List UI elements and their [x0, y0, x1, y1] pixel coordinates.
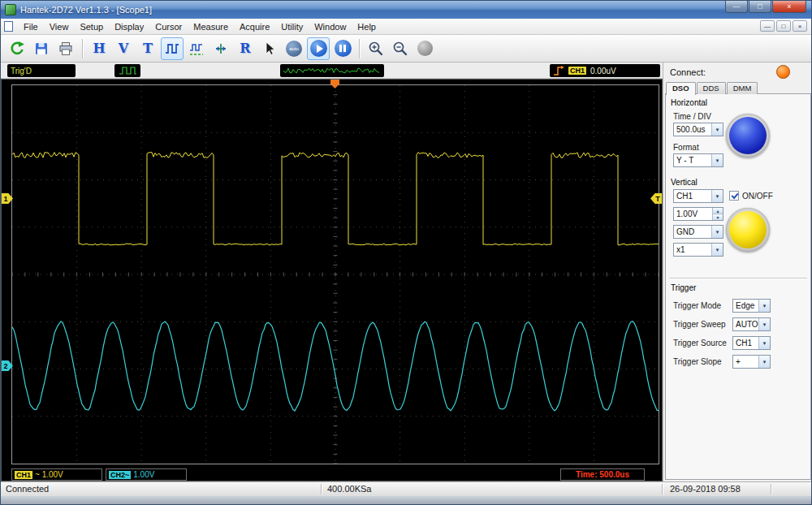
zoom-out-icon [392, 41, 408, 57]
format-select[interactable]: Y - T ▼ [673, 153, 723, 167]
menu-acquire[interactable]: Acquire [234, 20, 275, 33]
channel-wave-button[interactable] [161, 37, 184, 60]
zoom-out-button[interactable] [389, 37, 412, 60]
print-button[interactable] [54, 37, 77, 60]
cursor-arrow-icon [261, 41, 278, 57]
mdi-window-controls: — □ × [760, 20, 807, 32]
channel-value: CH1 [674, 192, 711, 201]
menu-cursor[interactable]: Cursor [149, 20, 188, 33]
auto-set-button[interactable]: auto [283, 37, 305, 60]
volt-scale-spinner[interactable]: 1.00V ▲▼ [673, 207, 723, 221]
dropdown-arrow-icon: ▼ [711, 123, 723, 136]
time-div-label: Time / DIV [673, 112, 711, 121]
connect-indicator[interactable] [776, 65, 790, 79]
trigger-source-select[interactable]: CH1 ▼ [732, 336, 771, 350]
ch2-readout-badge: CH2~ [109, 471, 131, 479]
open-button[interactable] [6, 37, 28, 60]
ch1-readout-value: ~ 1.00V [35, 470, 63, 479]
horizontal-knob[interactable] [726, 114, 770, 158]
mdi-minimize-button[interactable]: — [760, 20, 775, 32]
trigger-button[interactable]: T [136, 37, 159, 60]
window-frame-bottom [1, 496, 812, 505]
cursor-button[interactable] [258, 37, 281, 60]
maximize-button[interactable]: □ [749, 1, 771, 13]
horizontal-button[interactable]: H [88, 37, 110, 60]
dropdown-arrow-icon: ▼ [758, 318, 770, 330]
square-wave-icon [164, 41, 180, 57]
toolbar: H V T R auto [1, 35, 811, 63]
mdi-restore-button[interactable]: □ [776, 20, 791, 32]
menu-window[interactable]: Window [309, 20, 352, 33]
spin-up-icon[interactable]: ▲ [713, 208, 723, 214]
menu-view[interactable]: View [44, 20, 75, 33]
trigger-slope-select[interactable]: + ▼ [732, 355, 771, 369]
ch2-readout: CH2~ 1.00V [106, 468, 187, 481]
play-icon [310, 40, 327, 57]
tab-dmm[interactable]: DMM [727, 82, 758, 94]
trigger-mode-select[interactable]: Edge ▼ [732, 299, 771, 313]
ref-wave-button[interactable] [185, 37, 208, 60]
dropdown-arrow-icon: ▼ [711, 244, 723, 256]
probe-value: x1 [674, 245, 711, 254]
tab-dds[interactable]: DDS [697, 82, 726, 94]
coupling-select[interactable]: GND ▼ [673, 225, 723, 239]
trigger-sweep-select[interactable]: AUTO ▼ [732, 317, 771, 331]
mdi-close-button[interactable]: × [793, 20, 807, 32]
auto-set-icon: auto [286, 41, 302, 57]
run-button[interactable] [307, 37, 330, 60]
dual-wave-icon [188, 41, 205, 57]
trigger-status-box: Trig'D [7, 64, 76, 77]
window-controls: — □ × [724, 1, 806, 13]
window-title: Hantek-2D72 Ver1.1.3 - [Scope1] [20, 5, 152, 15]
pause-button[interactable] [331, 37, 354, 60]
zoom-in-icon [368, 41, 384, 57]
spinner-buttons[interactable]: ▲▼ [712, 208, 723, 220]
toolbar-separator [82, 39, 83, 58]
trigger-info-box: CH1 0.00uV [550, 64, 660, 77]
vertical-knob[interactable] [726, 208, 770, 252]
tab-dso[interactable]: DSO [666, 82, 696, 95]
mdi-document-icon [4, 21, 13, 32]
menu-file[interactable]: File [18, 20, 44, 33]
scope-plot[interactable] [11, 84, 659, 464]
zoom-in-button[interactable] [365, 37, 387, 60]
panel-tabs: DSO DDS DMM [666, 82, 758, 94]
auto-range-button[interactable] [209, 37, 232, 60]
probe-select[interactable]: x1 ▼ [673, 243, 723, 257]
format-label: Format [673, 143, 699, 152]
menu-help[interactable]: Help [352, 20, 382, 33]
ch2-readout-value: 1.00V [133, 470, 154, 479]
pause-icon [335, 40, 352, 57]
dso-tab-page: Horizontal Time / DIV 500.0us ▼ Format Y… [665, 93, 811, 480]
trigger-level-value: 0.00uV [590, 67, 616, 76]
onoff-label: ON/OFF [742, 192, 773, 201]
snapshot-icon [417, 41, 433, 56]
print-icon [58, 41, 74, 57]
vertical-button[interactable]: V [112, 37, 135, 60]
app-window: Hantek-2D72 Ver1.1.3 - [Scope1] — □ × Fi… [0, 0, 812, 505]
menu-display[interactable]: Display [109, 20, 149, 33]
trigger-edge-icon [553, 66, 564, 76]
spin-down-icon[interactable]: ▼ [713, 214, 723, 220]
trigger-section-title: Trigger [671, 283, 696, 292]
close-button[interactable]: × [772, 1, 806, 13]
menu-measure[interactable]: Measure [188, 20, 234, 33]
horizontal-section-title: Horizontal [671, 98, 707, 107]
trigger-slope-label: Trigger Slope [673, 357, 722, 366]
menu-utility[interactable]: Utility [275, 20, 309, 33]
main-area: Trig'D CH1 0.00uV 1 2 T CH1 [1, 63, 812, 481]
vertical-knob-ball [729, 211, 767, 248]
mini-square-wave-icon [118, 66, 137, 76]
channel-select[interactable]: CH1 ▼ [673, 189, 723, 203]
minimize-button[interactable]: — [725, 1, 748, 13]
menu-setup[interactable]: Setup [74, 20, 109, 33]
time-div-select[interactable]: 500.0us ▼ [673, 123, 723, 136]
snapshot-button[interactable] [413, 37, 436, 60]
horizontal-knob-ball [729, 117, 767, 154]
record-button[interactable]: R [234, 37, 257, 60]
time-div-value: 500.0us [674, 125, 711, 134]
channel-onoff-checkbox[interactable] [729, 191, 739, 201]
dropdown-arrow-icon: ▼ [758, 337, 770, 349]
save-icon [33, 41, 50, 57]
save-button[interactable] [30, 37, 53, 60]
